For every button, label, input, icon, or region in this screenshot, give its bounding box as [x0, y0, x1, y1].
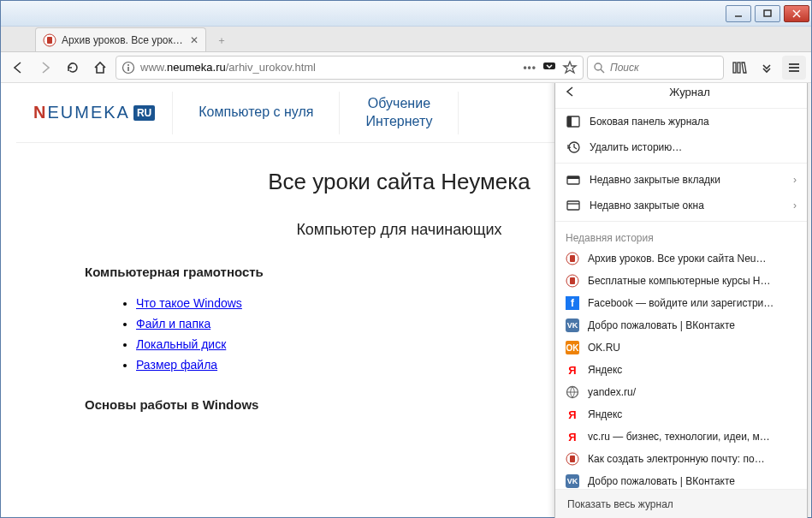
tab-icon: [566, 173, 581, 187]
content-link[interactable]: Локальный диск: [136, 337, 226, 351]
history-favicon: Я: [566, 408, 579, 421]
pocket-icon[interactable]: [542, 60, 557, 75]
bookmark-star-icon[interactable]: [562, 60, 578, 75]
tab-title: Архив уроков. Все уроки сайт: [62, 34, 185, 46]
svg-point-7: [127, 64, 129, 66]
history-item-text: Добро пожаловать | ВКонтакте: [588, 319, 735, 331]
new-tab-button[interactable]: ＋: [210, 29, 234, 51]
nav-item-from-scratch[interactable]: Компьютер с нуля: [173, 104, 339, 122]
history-show-all[interactable]: Показать весь журнал: [555, 489, 807, 518]
svg-rect-21: [567, 176, 579, 179]
svg-rect-30: [570, 455, 575, 462]
history-item-text: Архив уроков. Все уроки сайта Neu…: [588, 253, 767, 265]
url-text: www.neumeka.ru/arhiv_urokov.html: [140, 61, 518, 74]
svg-rect-1: [764, 10, 771, 16]
history-item-text: Яндекс: [588, 408, 622, 420]
recent-windows-item[interactable]: Недавно закрытые окна ›: [555, 193, 807, 218]
window-maximize-button[interactable]: [755, 5, 780, 22]
content-link[interactable]: Размер файла: [136, 358, 217, 372]
browser-toolbar: www.neumeka.ru/arhiv_urokov.html •••: [1, 52, 811, 83]
history-title: Журнал: [581, 86, 798, 98]
nav-item-internet[interactable]: ОбучениеИнтернету: [340, 95, 458, 131]
svg-rect-12: [733, 63, 736, 73]
browser-window: Архив уроков. Все уроки сайт ✕ ＋ www.neu…: [0, 0, 812, 518]
logo-letter: N: [33, 103, 47, 122]
history-item-text: OK.RU: [588, 342, 620, 354]
search-icon: [593, 62, 605, 74]
site-logo[interactable]: NEUMEKA RU: [16, 103, 172, 122]
menu-button[interactable]: [782, 56, 806, 80]
history-favicon: [566, 452, 579, 466]
history-favicon: OK: [566, 341, 579, 354]
overflow-button[interactable]: [755, 56, 779, 80]
svg-line-11: [601, 69, 604, 73]
svg-rect-5: [47, 37, 52, 44]
search-box[interactable]: [587, 56, 724, 80]
svg-rect-25: [570, 255, 575, 262]
history-item[interactable]: Как создать электронную почту: по…: [555, 448, 807, 470]
history-item-text: Как создать электронную почту: по…: [588, 453, 765, 465]
history-list[interactable]: Архив уроков. Все уроки сайта Neu…Беспла…: [555, 247, 807, 488]
address-bar[interactable]: www.neumeka.ru/arhiv_urokov.html •••: [116, 56, 584, 80]
logo-word: EUMEKA: [47, 103, 129, 122]
svg-rect-13: [738, 63, 740, 73]
history-item[interactable]: Бесплатные компьютерные курсы Н…: [555, 270, 807, 292]
svg-rect-8: [127, 67, 129, 71]
recent-tabs-item[interactable]: Недавно закрытые вкладки ›: [555, 167, 807, 193]
home-button[interactable]: [88, 56, 112, 80]
window-close-button[interactable]: [784, 5, 809, 22]
history-favicon: f: [566, 296, 579, 310]
history-item-text: Яндекс: [588, 364, 622, 376]
history-item[interactable]: OKOK.RU: [555, 336, 807, 359]
history-item-text: Facebook — войдите или зарегистри…: [588, 297, 773, 309]
library-button[interactable]: [727, 56, 751, 80]
window-minimize-button[interactable]: [726, 5, 751, 22]
svg-rect-22: [567, 201, 579, 210]
history-item[interactable]: fFacebook — войдите или зарегистри…: [555, 292, 807, 314]
history-row-label: Недавно закрытые окна: [590, 199, 704, 211]
history-favicon: [566, 385, 579, 399]
history-item-text: yandex.ru/: [588, 386, 636, 398]
back-button[interactable]: [6, 56, 30, 80]
history-item[interactable]: VKДобро пожаловать | ВКонтакте: [555, 314, 807, 336]
history-item[interactable]: Архив уроков. Все уроки сайта Neu…: [555, 247, 807, 270]
content-link[interactable]: Что такое Windows: [136, 296, 242, 310]
sidebar-icon: [566, 115, 581, 128]
history-item[interactable]: ЯЯндекс: [555, 359, 807, 381]
history-favicon: Я: [566, 363, 579, 377]
history-favicon: VK: [566, 319, 579, 332]
tab-favicon: [43, 33, 56, 47]
page-actions-icon[interactable]: •••: [523, 62, 536, 74]
search-input[interactable]: [610, 62, 739, 74]
logo-badge: RU: [133, 105, 155, 121]
content-area: NEUMEKA RU Компьютер с нуля ОбучениеИнте…: [1, 83, 811, 517]
history-item[interactable]: ЯЯндекс: [555, 403, 807, 426]
history-row-label: Удалить историю…: [590, 141, 682, 153]
history-item[interactable]: yandex.ru/: [555, 381, 807, 403]
window-titlebar: [1, 1, 811, 27]
forward-button[interactable]: [33, 56, 57, 80]
window-icon: [566, 199, 581, 212]
svg-rect-27: [570, 277, 575, 284]
history-favicon: [566, 252, 579, 265]
history-item-text: Добро пожаловать | ВКонтакте: [588, 475, 735, 487]
browser-tab[interactable]: Архив уроков. Все уроки сайт ✕: [35, 27, 206, 51]
history-item-text: vc.ru — бизнес, технологии, идеи, м…: [588, 431, 770, 443]
tab-close-icon[interactable]: ✕: [190, 34, 199, 46]
site-info-icon[interactable]: [122, 61, 135, 74]
history-item-text: Бесплатные компьютерные курсы Н…: [588, 275, 771, 287]
history-sidebar-item[interactable]: Боковая панель журнала: [555, 109, 807, 134]
history-back-icon[interactable]: [564, 86, 581, 98]
history-item[interactable]: Яvc.ru — бизнес, технологии, идеи, м…: [555, 426, 807, 448]
history-row-label: Боковая панель журнала: [590, 116, 709, 128]
tab-bar: Архив уроков. Все уроки сайт ✕ ＋: [1, 27, 811, 52]
chevron-right-icon: ›: [793, 199, 797, 211]
reload-button[interactable]: [61, 56, 85, 80]
history-row-label: Недавно закрытые вкладки: [590, 174, 720, 186]
history-favicon: [566, 274, 579, 288]
clock-back-icon: [566, 140, 581, 154]
history-clear-item[interactable]: Удалить историю…: [555, 134, 807, 160]
content-link[interactable]: Файл и папка: [136, 317, 210, 330]
history-item[interactable]: VKДобро пожаловать | ВКонтакте: [555, 470, 807, 488]
svg-point-10: [595, 63, 602, 70]
